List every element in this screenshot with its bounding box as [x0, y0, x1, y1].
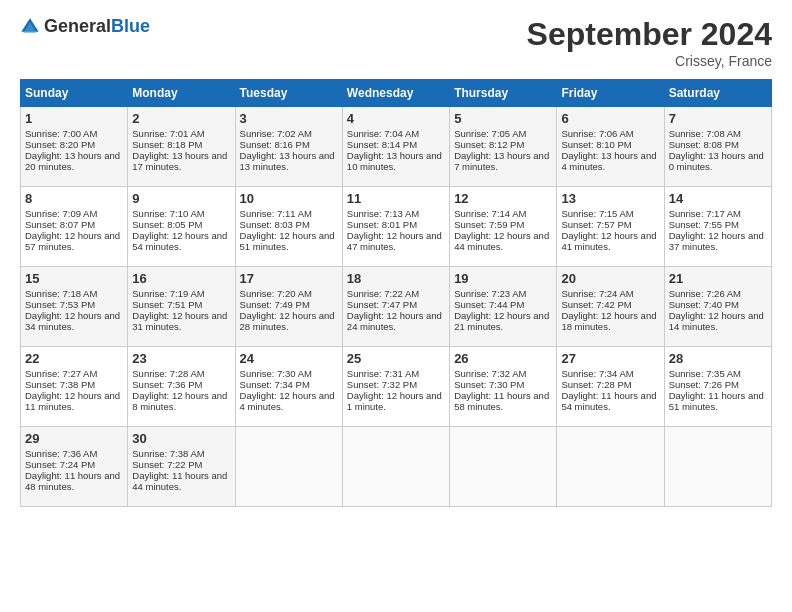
daylight: Daylight: 12 hours and 54 minutes. [132, 230, 227, 252]
sunset: Sunset: 8:16 PM [240, 139, 310, 150]
calendar-cell [342, 427, 449, 507]
calendar-cell: 2Sunrise: 7:01 AMSunset: 8:18 PMDaylight… [128, 107, 235, 187]
calendar-cell: 9Sunrise: 7:10 AMSunset: 8:05 PMDaylight… [128, 187, 235, 267]
day-number: 25 [347, 351, 445, 366]
sunset: Sunset: 8:18 PM [132, 139, 202, 150]
sunset: Sunset: 7:40 PM [669, 299, 739, 310]
sunset: Sunset: 7:30 PM [454, 379, 524, 390]
sunset: Sunset: 8:12 PM [454, 139, 524, 150]
sunrise: Sunrise: 7:09 AM [25, 208, 97, 219]
daylight: Daylight: 12 hours and 28 minutes. [240, 310, 335, 332]
daylight: Daylight: 12 hours and 57 minutes. [25, 230, 120, 252]
logo: GeneralBlue [20, 16, 150, 37]
day-number: 11 [347, 191, 445, 206]
weekday-header: Thursday [450, 80, 557, 107]
calendar-cell [557, 427, 664, 507]
calendar-cell: 27Sunrise: 7:34 AMSunset: 7:28 PMDayligh… [557, 347, 664, 427]
sunrise: Sunrise: 7:02 AM [240, 128, 312, 139]
sunset: Sunset: 7:26 PM [669, 379, 739, 390]
daylight: Daylight: 12 hours and 24 minutes. [347, 310, 442, 332]
header-row: SundayMondayTuesdayWednesdayThursdayFrid… [21, 80, 772, 107]
sunrise: Sunrise: 7:15 AM [561, 208, 633, 219]
calendar-cell: 22Sunrise: 7:27 AMSunset: 7:38 PMDayligh… [21, 347, 128, 427]
day-number: 24 [240, 351, 338, 366]
daylight: Daylight: 12 hours and 18 minutes. [561, 310, 656, 332]
calendar-cell: 13Sunrise: 7:15 AMSunset: 7:57 PMDayligh… [557, 187, 664, 267]
calendar-cell: 19Sunrise: 7:23 AMSunset: 7:44 PMDayligh… [450, 267, 557, 347]
sunset: Sunset: 7:51 PM [132, 299, 202, 310]
month-title: September 2024 [527, 16, 772, 53]
sunrise: Sunrise: 7:18 AM [25, 288, 97, 299]
day-number: 27 [561, 351, 659, 366]
calendar-week-row: 29Sunrise: 7:36 AMSunset: 7:24 PMDayligh… [21, 427, 772, 507]
day-number: 21 [669, 271, 767, 286]
sunset: Sunset: 7:38 PM [25, 379, 95, 390]
calendar-cell: 18Sunrise: 7:22 AMSunset: 7:47 PMDayligh… [342, 267, 449, 347]
calendar-cell: 29Sunrise: 7:36 AMSunset: 7:24 PMDayligh… [21, 427, 128, 507]
day-number: 4 [347, 111, 445, 126]
page: GeneralBlue September 2024 Crissey, Fran… [0, 0, 792, 523]
sunset: Sunset: 8:08 PM [669, 139, 739, 150]
daylight: Daylight: 11 hours and 48 minutes. [25, 470, 120, 492]
calendar-cell: 10Sunrise: 7:11 AMSunset: 8:03 PMDayligh… [235, 187, 342, 267]
sunset: Sunset: 7:42 PM [561, 299, 631, 310]
calendar-cell: 26Sunrise: 7:32 AMSunset: 7:30 PMDayligh… [450, 347, 557, 427]
daylight: Daylight: 13 hours and 20 minutes. [25, 150, 120, 172]
sunset: Sunset: 7:28 PM [561, 379, 631, 390]
sunrise: Sunrise: 7:23 AM [454, 288, 526, 299]
sunrise: Sunrise: 7:31 AM [347, 368, 419, 379]
daylight: Daylight: 12 hours and 31 minutes. [132, 310, 227, 332]
day-number: 8 [25, 191, 123, 206]
sunset: Sunset: 8:01 PM [347, 219, 417, 230]
daylight: Daylight: 13 hours and 4 minutes. [561, 150, 656, 172]
calendar-cell [235, 427, 342, 507]
sunrise: Sunrise: 7:36 AM [25, 448, 97, 459]
weekday-header: Monday [128, 80, 235, 107]
daylight: Daylight: 13 hours and 10 minutes. [347, 150, 442, 172]
day-number: 20 [561, 271, 659, 286]
sunrise: Sunrise: 7:35 AM [669, 368, 741, 379]
sunrise: Sunrise: 7:30 AM [240, 368, 312, 379]
sunrise: Sunrise: 7:27 AM [25, 368, 97, 379]
calendar-week-row: 22Sunrise: 7:27 AMSunset: 7:38 PMDayligh… [21, 347, 772, 427]
day-number: 16 [132, 271, 230, 286]
calendar-cell [450, 427, 557, 507]
sunset: Sunset: 7:47 PM [347, 299, 417, 310]
day-number: 19 [454, 271, 552, 286]
day-number: 7 [669, 111, 767, 126]
calendar-cell: 28Sunrise: 7:35 AMSunset: 7:26 PMDayligh… [664, 347, 771, 427]
day-number: 14 [669, 191, 767, 206]
day-number: 22 [25, 351, 123, 366]
calendar-cell: 14Sunrise: 7:17 AMSunset: 7:55 PMDayligh… [664, 187, 771, 267]
sunset: Sunset: 7:55 PM [669, 219, 739, 230]
daylight: Daylight: 13 hours and 0 minutes. [669, 150, 764, 172]
day-number: 6 [561, 111, 659, 126]
daylight: Daylight: 12 hours and 37 minutes. [669, 230, 764, 252]
daylight: Daylight: 12 hours and 51 minutes. [240, 230, 335, 252]
sunrise: Sunrise: 7:17 AM [669, 208, 741, 219]
calendar-cell: 16Sunrise: 7:19 AMSunset: 7:51 PMDayligh… [128, 267, 235, 347]
day-number: 10 [240, 191, 338, 206]
daylight: Daylight: 12 hours and 34 minutes. [25, 310, 120, 332]
weekday-header: Tuesday [235, 80, 342, 107]
day-number: 13 [561, 191, 659, 206]
daylight: Daylight: 12 hours and 21 minutes. [454, 310, 549, 332]
daylight: Daylight: 12 hours and 14 minutes. [669, 310, 764, 332]
logo-text: GeneralBlue [44, 16, 150, 37]
daylight: Daylight: 12 hours and 4 minutes. [240, 390, 335, 412]
sunset: Sunset: 7:49 PM [240, 299, 310, 310]
calendar-cell: 3Sunrise: 7:02 AMSunset: 8:16 PMDaylight… [235, 107, 342, 187]
day-number: 9 [132, 191, 230, 206]
sunset: Sunset: 7:32 PM [347, 379, 417, 390]
sunrise: Sunrise: 7:32 AM [454, 368, 526, 379]
sunrise: Sunrise: 7:11 AM [240, 208, 312, 219]
weekday-header: Saturday [664, 80, 771, 107]
sunrise: Sunrise: 7:13 AM [347, 208, 419, 219]
sunset: Sunset: 8:10 PM [561, 139, 631, 150]
daylight: Daylight: 11 hours and 54 minutes. [561, 390, 656, 412]
sunrise: Sunrise: 7:06 AM [561, 128, 633, 139]
location: Crissey, France [527, 53, 772, 69]
sunset: Sunset: 7:34 PM [240, 379, 310, 390]
weekday-header: Sunday [21, 80, 128, 107]
weekday-header: Friday [557, 80, 664, 107]
